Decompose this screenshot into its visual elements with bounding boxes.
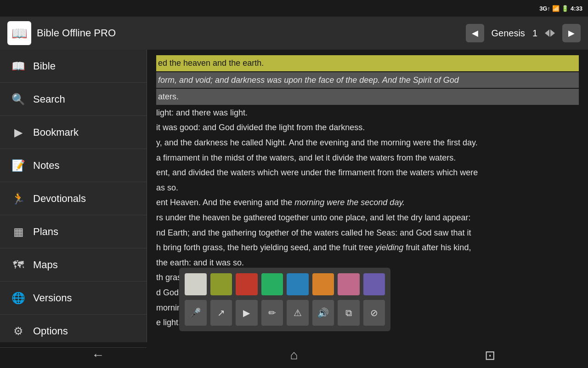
sidebar-label-options: Options [33, 325, 68, 337]
options-icon: ⚙ [11, 325, 26, 338]
network-indicator: 3G↑ [539, 5, 550, 12]
verse-9: as so. [156, 181, 579, 195]
color-swatch-5[interactable] [312, 273, 334, 295]
sidebar-item-search[interactable]: 🔍 Search [0, 83, 147, 116]
color-swatch-row [185, 273, 385, 295]
sidebar-item-bible[interactable]: 📖 Bible [0, 50, 147, 83]
battery-icon: 🔋 [561, 5, 569, 12]
share-button[interactable]: ↗ [210, 300, 232, 326]
verse-10: ent Heaven. And the evening and the morn… [156, 196, 579, 210]
sidebar-label-devotionals: Devotionals [33, 193, 86, 205]
color-swatch-7[interactable] [363, 273, 385, 295]
sidebar-label-plans: Plans [33, 226, 58, 238]
sidebar-item-devotionals[interactable]: 🏃 Devotionals [0, 182, 147, 215]
nav-controls: ◀ Genesis 1 ▶ [466, 24, 581, 42]
verse-7: a firmament in the midst of the waters, … [156, 151, 579, 165]
sidebar-label-maps: Maps [33, 259, 58, 271]
back-button[interactable]: ← [79, 346, 116, 364]
recents-button[interactable]: ⊡ [472, 346, 509, 364]
copy-button[interactable]: ⧉ [338, 300, 360, 326]
block-button[interactable]: ⊘ [363, 300, 385, 326]
chapter-arrows [545, 29, 555, 37]
sidebar-label-search: Search [33, 93, 65, 105]
verse-6: y, and the darkness he called Night. And… [156, 136, 579, 150]
verse-1: ed the heaven and the earth. [156, 55, 579, 71]
verse-2: form, and void; and darkness was upon th… [156, 72, 579, 88]
signal-bars: 📶 [552, 5, 560, 12]
verse-11: rs under the heaven be gathered together… [156, 211, 579, 225]
app-bar: 📖 Bible Offline PRO ◀ Genesis 1 ▶ [0, 17, 588, 50]
bookmark-icon: ▶ [11, 126, 26, 139]
annotation-toolbar-row: 🎤 ↗ ▶ ✏ ⚠ 🔊 ⧉ ⊘ [185, 300, 385, 326]
sidebar-label-versions: Versions [33, 292, 72, 304]
maps-icon: 🗺 [11, 259, 26, 271]
book-icon: 📖 [11, 60, 26, 73]
sidebar-item-plans[interactable]: ▦ Plans [0, 215, 147, 248]
app-title: Bible Offline PRO [37, 27, 460, 39]
book-name: Genesis [492, 28, 525, 39]
color-swatch-6[interactable] [338, 273, 360, 295]
sidebar-item-maps[interactable]: 🗺 Maps [0, 248, 147, 282]
plans-icon: ▦ [11, 225, 26, 238]
verse-3: aters. [156, 89, 579, 105]
sidebar-item-versions[interactable]: 🌐 Versions [0, 282, 147, 315]
home-button[interactable]: ⌂ [276, 346, 312, 364]
mic-button[interactable]: 🎤 [185, 300, 207, 326]
home-icon: ⌂ [290, 348, 298, 362]
sidebar: 📖 Bible 🔍 Search ▶ Bookmark 📝 Notes 🏃 De… [0, 50, 147, 342]
time-display: 4:33 [571, 5, 582, 12]
verse-5: it was good: and God divided the light f… [156, 121, 579, 135]
sidebar-item-notes[interactable]: 📝 Notes [0, 149, 147, 182]
next-chapter-button[interactable]: ▶ [562, 24, 581, 42]
sidebar-item-options[interactable]: ⚙ Options [0, 315, 147, 348]
back-icon: ← [91, 348, 104, 362]
sidebar-label-bookmark: Bookmark [33, 126, 79, 138]
play-button[interactable]: ▶ [236, 300, 258, 326]
color-swatch-2[interactable] [236, 273, 258, 295]
sidebar-label-notes: Notes [33, 160, 59, 172]
arrow-right-icon [550, 29, 555, 37]
color-swatch-3[interactable] [261, 273, 283, 295]
app-icon: 📖 [7, 21, 31, 45]
color-picker-popup: 🎤 ↗ ▶ ✏ ⚠ 🔊 ⧉ ⊘ [179, 268, 390, 331]
versions-icon: 🌐 [11, 292, 26, 305]
audio-button[interactable]: 🔊 [312, 300, 334, 326]
sidebar-label-bible: Bible [33, 60, 56, 72]
edit-button[interactable]: ✏ [261, 300, 283, 326]
verse-4: light: and there was light. [156, 106, 579, 120]
arrow-left-icon [545, 29, 549, 37]
warning-button[interactable]: ⚠ [287, 300, 309, 326]
color-swatch-1[interactable] [210, 273, 232, 295]
devotionals-icon: 🏃 [11, 192, 26, 205]
chapter-number: 1 [532, 28, 537, 39]
verse-12: nd Earth; and the gathering together of … [156, 226, 579, 240]
verse-8: ent, and divided the waters which were u… [156, 166, 579, 180]
notes-icon: 📝 [11, 159, 26, 172]
color-swatch-0[interactable] [185, 273, 207, 295]
prev-chapter-button[interactable]: ◀ [466, 24, 484, 42]
status-icons: 3G↑ 📶 🔋 4:33 [539, 5, 582, 12]
recents-icon: ⊡ [485, 348, 495, 363]
sidebar-item-bookmark[interactable]: ▶ Bookmark [0, 116, 147, 149]
status-bar: 3G↑ 📶 🔋 4:33 [0, 0, 588, 17]
search-icon: 🔍 [11, 93, 26, 106]
color-swatch-4[interactable] [287, 273, 309, 295]
verse-13: h bring forth grass, the herb yielding s… [156, 241, 579, 255]
